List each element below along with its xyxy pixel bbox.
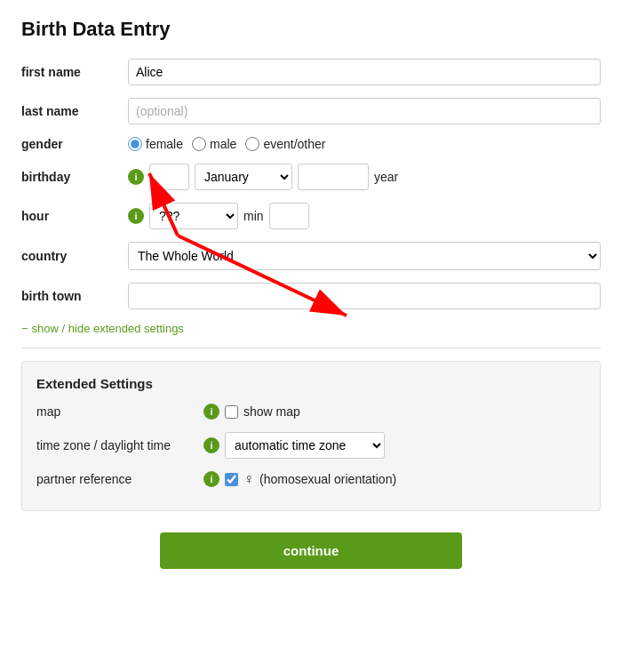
country-label: country [21, 249, 128, 263]
gender-event-option[interactable]: event/other [245, 137, 325, 151]
minus-icon: − [21, 322, 28, 335]
continue-button[interactable]: continue [160, 532, 462, 569]
partner-label: partner reference [36, 472, 196, 486]
show-map-checkbox[interactable] [225, 405, 238, 419]
first-name-input[interactable] [128, 59, 601, 85]
birthday-label: birthday [21, 170, 128, 184]
extended-settings-title: Extended Settings [36, 376, 586, 391]
partner-row: partner reference i ♀ (homosexual orient… [36, 471, 586, 487]
birthday-month-select[interactable]: January February March April May June Ju… [195, 164, 292, 190]
gender-event-radio[interactable] [245, 137, 259, 151]
show-map-label: show map [243, 404, 300, 419]
partner-control: i ♀ (homosexual orientation) [203, 471, 396, 487]
show-hide-link[interactable]: − show / hide extended settings [21, 322, 601, 335]
gender-label: gender [21, 137, 128, 151]
birthday-day-input[interactable] [149, 164, 189, 190]
show-hide-label: show / hide extended settings [32, 322, 184, 335]
gender-female-option[interactable]: female [128, 137, 183, 151]
hour-info-icon[interactable]: i [128, 208, 144, 224]
page-title: Birth Data Entry [21, 18, 601, 41]
country-row: country The Whole World United States Un… [21, 242, 601, 270]
map-info-icon[interactable]: i [203, 404, 219, 420]
gender-row: gender female male event/other [21, 137, 601, 151]
hour-row: hour i ??? 0123 4567 891011 12131415 161… [21, 203, 601, 229]
divider [21, 348, 601, 348]
gender-male-radio[interactable] [192, 137, 206, 151]
first-name-control [128, 59, 601, 85]
birthday-info-icon[interactable]: i [128, 169, 144, 185]
partner-symbol-icon: ♀ [243, 471, 254, 487]
map-control: i show map [203, 404, 300, 420]
min-input[interactable] [269, 203, 309, 229]
last-name-label: last name [21, 104, 128, 118]
first-name-row: first name [21, 59, 601, 85]
last-name-row: last name [21, 98, 601, 124]
partner-checkbox[interactable] [225, 473, 238, 486]
extended-settings-panel: Extended Settings map i show map time zo… [21, 361, 601, 511]
hour-label: hour [21, 209, 128, 223]
timezone-select[interactable]: automatic time zone manual time zone [225, 432, 385, 459]
birth-town-input[interactable] [128, 283, 601, 309]
year-label: year [374, 170, 398, 184]
hour-select[interactable]: ??? 0123 4567 891011 12131415 16171819 2… [149, 203, 238, 229]
gender-event-label: event/other [263, 137, 325, 151]
gender-female-label: female [146, 137, 183, 151]
country-control: The Whole World United States United Kin… [128, 242, 601, 270]
timezone-label: time zone / daylight time [36, 438, 196, 452]
birthday-control: i January February March April May June … [128, 164, 601, 190]
hour-control: i ??? 0123 4567 891011 12131415 16171819… [128, 203, 601, 229]
map-row: map i show map [36, 404, 586, 420]
min-label: min [243, 209, 264, 223]
gender-options: female male event/other [128, 137, 601, 151]
partner-text: (homosexual orientation) [259, 472, 396, 486]
partner-info-icon[interactable]: i [203, 471, 219, 487]
gender-male-label: male [210, 137, 236, 151]
timezone-control: i automatic time zone manual time zone [203, 432, 385, 459]
birth-town-control [128, 283, 601, 309]
map-label: map [36, 404, 196, 419]
first-name-label: first name [21, 65, 128, 79]
timezone-info-icon[interactable]: i [203, 437, 219, 453]
timezone-row: time zone / daylight time i automatic ti… [36, 432, 586, 459]
country-select[interactable]: The Whole World United States United Kin… [128, 242, 601, 270]
birth-town-label: birth town [21, 289, 128, 303]
birthday-row: birthday i January February March April … [21, 164, 601, 190]
last-name-input[interactable] [128, 98, 601, 124]
last-name-control [128, 98, 601, 124]
gender-female-radio[interactable] [128, 137, 142, 151]
birth-town-row: birth town [21, 283, 601, 309]
gender-male-option[interactable]: male [192, 137, 236, 151]
birthday-year-input[interactable] [298, 164, 369, 190]
